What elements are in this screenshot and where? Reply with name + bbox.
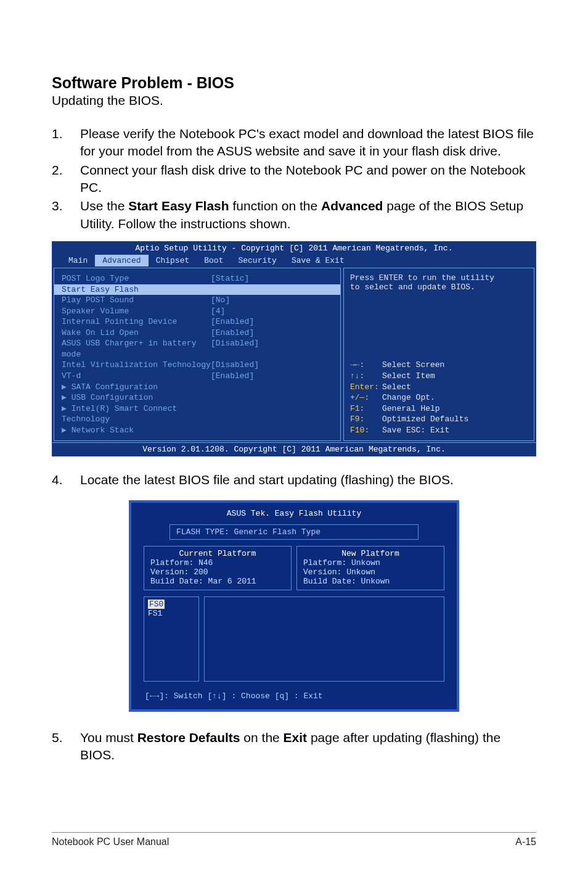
tab-main[interactable]: Main [61,255,95,266]
hint-val: Optimized Defaults [382,414,468,425]
box-head: Current Platform [150,549,285,558]
step-number: 2. [52,162,80,197]
bios-utility-screenshot: Aptio Setup Utility - Copyright [C] 2011… [52,241,536,456]
t: function on the [229,199,321,213]
step-text: Please verify the Notebook PC's exact mo… [80,125,536,160]
step-text: Connect your flash disk drive to the Not… [80,162,536,197]
hint-val: Select Item [382,371,435,382]
row-label: ASUS USB Charger+ in battery mode [62,338,211,360]
row-label: ▶ Network Stack [62,425,211,436]
footer-right: A-15 [515,836,536,848]
box-row: Version: 200 [150,567,285,577]
row-value: [Enabled] [211,371,333,382]
row-label: Intel Virtualization Technology [62,360,211,371]
row-label: ▶ Intel(R) Smart Connect Technology [62,403,211,425]
row-label: VT-d [62,371,211,382]
bios-row[interactable]: VT-d[Enabled] [54,371,340,382]
easy-flash-utility-screenshot: ASUS Tek. Easy Flash Utility FLASH TYPE:… [129,500,459,712]
hint-val: Change Opt. [382,392,435,403]
row-value: [Enabled] [211,328,333,339]
drive-list[interactable]: FS0 FS1 [144,596,199,682]
bios-help-text: Press ENTER to run the utility to select… [350,273,528,292]
drive-fs1[interactable]: FS1 [148,609,195,618]
t: on the [240,730,284,745]
row-label: Speaker Volume [62,306,211,317]
box-head: New Platform [303,549,438,558]
footer-left: Notebook PC User Manual [52,836,169,848]
hint-key: F10: [350,425,382,436]
bios-row-submenu[interactable]: ▶ Network Stack [54,425,340,436]
bios-row-submenu[interactable]: ▶ Intel(R) Smart Connect Technology [54,403,340,425]
step-number: 1. [52,125,80,160]
bios-row-submenu[interactable]: ▶ USB Configuration [54,392,340,403]
bios-help-panel: Press ENTER to run the utility to select… [343,268,534,441]
tab-boot[interactable]: Boot [197,255,231,266]
bios-row[interactable]: Intel Virtualization Technology[Disabled… [54,360,340,371]
t: Use the [80,199,128,213]
section-title: Software Problem - BIOS [52,74,536,92]
row-value: [No] [211,295,333,306]
tab-advanced[interactable]: Advanced [95,255,148,266]
hint-key: F1: [350,403,382,415]
row-label: ▶ USB Configuration [62,392,211,403]
box-row: Build Date: Mar 6 2011 [150,577,285,586]
row-label: POST Logo Type [62,273,211,284]
tab-security[interactable]: Security [231,255,284,266]
t-bold: Restore Defaults [137,730,240,745]
t-bold: Exit [284,730,308,745]
step-1: 1. Please verify the Notebook PC's exact… [52,125,536,160]
bios-row[interactable]: ASUS USB Charger+ in battery mode[Disabl… [54,338,340,360]
box-row: Platform: Unkown [303,558,438,567]
row-label: Internal Pointing Device [62,316,211,328]
instruction-list: 1. Please verify the Notebook PC's exact… [52,125,536,233]
bios-row[interactable]: Wake On Lid Open[Enabled] [54,328,340,339]
file-list[interactable] [204,596,444,682]
t: Press ENTER to run the utility [350,273,528,283]
bios-row-selected[interactable]: Start Easy Flash [54,284,340,295]
current-platform-box: Current Platform Platform: N46 Version: … [144,546,292,590]
bios-header: Aptio Setup Utility - Copyright [C] 2011… [52,242,536,255]
row-label: Wake On Lid Open [62,328,211,339]
step-4: 4. Locate the latest BIOS file and start… [52,471,536,489]
t-bold: Advanced [321,199,383,213]
step-text: You must Restore Defaults on the Exit pa… [80,729,536,764]
box-row: Build Date: Unkown [303,577,438,586]
row-label: Start Easy Flash [62,284,211,295]
bios-row[interactable]: Speaker Volume[4] [54,306,340,317]
step-2: 2. Connect your flash disk drive to the … [52,162,536,197]
step-3: 3. Use the Start Easy Flash function on … [52,197,536,233]
section-subtitle: Updating the BIOS. [52,93,536,108]
row-label: ▶ SATA Configuration [62,382,211,393]
hint-key: Enter: [350,382,382,393]
flash-title: ASUS Tek. Easy Flash Utility [135,506,453,524]
t: to select and update BIOS. [350,283,528,292]
tab-save-exit[interactable]: Save & Exit [284,255,352,266]
page-footer: Notebook PC User Manual A-15 [52,832,536,848]
t: You must [80,730,137,745]
step-number: 3. [52,197,80,233]
drive-fs0-selected[interactable]: FS0 [148,600,165,609]
row-label: Play POST Sound [62,295,211,306]
step-number: 5. [52,729,80,764]
hint-val: Select [382,382,411,393]
instruction-list-3: 5. You must Restore Defaults on the Exit… [52,729,536,764]
step-text: Locate the latest BIOS file and start up… [80,471,536,489]
bios-row[interactable]: POST Logo Type[Static] [54,273,340,284]
row-value: [Static] [211,273,333,284]
bios-body: POST Logo Type[Static] Start Easy Flash … [52,266,536,442]
flash-file-browser: FS0 FS1 [135,596,453,682]
hint-key: ↑↓: [350,371,382,382]
hint-key: F9: [350,414,382,425]
bios-row[interactable]: Play POST Sound[No] [54,295,340,306]
new-platform-box: New Platform Platform: Unkown Version: U… [296,546,444,590]
hint-val: Save ESC: Exit [382,425,449,436]
bios-tabs: Main Advanced Chipset Boot Security Save… [52,255,536,266]
hint-key: +/—: [350,392,382,403]
bios-settings-list: POST Logo Type[Static] Start Easy Flash … [54,268,341,441]
tab-chipset[interactable]: Chipset [149,255,197,266]
bios-row-submenu[interactable]: ▶ SATA Configuration [54,382,340,393]
hint-val: General Help [382,403,440,415]
bios-row[interactable]: Internal Pointing Device[Enabled] [54,316,340,328]
row-value: [Disabled] [211,338,333,360]
flash-platforms: Current Platform Platform: N46 Version: … [135,546,453,590]
